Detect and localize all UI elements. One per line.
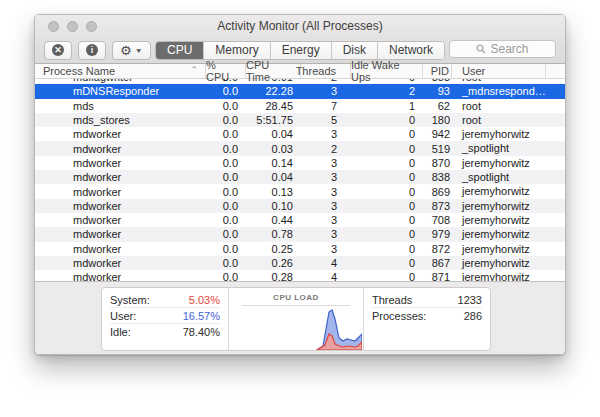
- quit-process-button[interactable]: ✕: [44, 41, 72, 60]
- cell-user: jeremyhorwitz: [452, 242, 546, 256]
- table-row[interactable]: mdworker0.00.1330869jeremyhorwitz: [35, 184, 565, 198]
- titlebar[interactable]: Activity Monitor (All Processes): [35, 15, 565, 37]
- cell-name: mds_stores: [35, 113, 206, 127]
- cell-user: root: [452, 99, 546, 113]
- cell-time: 5:51.75: [246, 113, 301, 127]
- cell-time: 0.13: [246, 184, 301, 198]
- tab-disk[interactable]: Disk: [332, 42, 378, 59]
- cell-time: 0.04: [246, 127, 301, 141]
- cell-pid: 62: [423, 99, 452, 113]
- cell-cpu: 0.0: [206, 199, 246, 213]
- cell-threads: 3: [301, 199, 351, 213]
- tab-network[interactable]: Network: [378, 42, 444, 59]
- cpu-load-title: CPU LOAD: [229, 288, 363, 302]
- system-stat-row: System: 5.03%: [110, 292, 220, 308]
- cell-cpu: 0.0: [206, 242, 246, 256]
- tab-energy[interactable]: Energy: [271, 42, 332, 59]
- cell-pid: 872: [423, 242, 452, 256]
- cell-pid: 869: [423, 184, 452, 198]
- cell-time: 0.04: [246, 170, 301, 184]
- cell-user: jeremyhorwitz: [452, 256, 546, 270]
- column-header-idle-wake-ups[interactable]: Idle Wake Ups: [351, 64, 423, 78]
- cell-idle: 2: [351, 84, 423, 98]
- cell-threads: 7: [301, 99, 351, 113]
- cell-threads: 3: [301, 242, 351, 256]
- table-row[interactable]: mdworker0.00.1030873jeremyhorwitz: [35, 199, 565, 213]
- table-row[interactable]: mds_stores0.05:51.7550180root: [35, 113, 565, 127]
- table-row[interactable]: mdworker0.00.0320519_spotlight: [35, 141, 565, 155]
- cell-pid: 942: [423, 127, 452, 141]
- cell-time: 22.28: [246, 84, 301, 98]
- cell-name: mdworker: [35, 227, 206, 241]
- cell-cpu: 0.0: [206, 156, 246, 170]
- toolbar: ✕ i ⚙ ▼ CPUMemoryEnergyDiskNetwork Searc…: [35, 37, 565, 63]
- table-row[interactable]: mdworker0.00.4430708jeremyhorwitz: [35, 213, 565, 227]
- cell-user: jeremyhorwitz: [452, 127, 546, 141]
- column-header-cpu[interactable]: % CPU: [206, 64, 246, 78]
- cell-name: mdworker: [35, 213, 206, 227]
- cell-pid: 180: [423, 113, 452, 127]
- cell-idle: 0: [351, 227, 423, 241]
- system-value: 5.03%: [189, 294, 220, 306]
- cell-blank: [546, 127, 565, 141]
- cell-blank: [546, 141, 565, 155]
- column-header-user[interactable]: User: [452, 64, 546, 78]
- cell-idle: 0: [351, 156, 423, 170]
- cell-threads: 4: [301, 256, 351, 270]
- sort-ascending-icon: ⌃: [190, 65, 198, 75]
- table-header: Process Name ⌃ % CPU CPU Time Threads Id…: [35, 64, 565, 79]
- user-stat-row: User: 16.57%: [110, 308, 220, 324]
- table-body: mdflagwriter0.00.0120353rootmDNSResponde…: [35, 79, 565, 284]
- table-row[interactable]: mDNSResponder0.022.283293_mdnsrespond…: [35, 84, 565, 98]
- cell-time: 0.26: [246, 256, 301, 270]
- cell-threads: 3: [301, 213, 351, 227]
- column-header-process-name[interactable]: Process Name ⌃: [35, 64, 206, 78]
- cell-cpu: 0.0: [206, 141, 246, 155]
- column-header-pid[interactable]: PID: [423, 64, 452, 78]
- status-footer: System: 5.03% User: 16.57% Idle: 78.40% …: [35, 281, 565, 354]
- cell-idle: 0: [351, 213, 423, 227]
- idle-value: 78.40%: [183, 326, 220, 338]
- table-row[interactable]: mds0.028.457162root: [35, 99, 565, 113]
- table-row[interactable]: mdworker0.00.7830979jeremyhorwitz: [35, 227, 565, 241]
- cell-name: mdworker: [35, 184, 206, 198]
- cell-blank: [546, 199, 565, 213]
- inspect-button[interactable]: i: [78, 41, 106, 60]
- cell-blank: [546, 242, 565, 256]
- search-input[interactable]: Search: [449, 40, 556, 58]
- cpu-summary-panel: System: 5.03% User: 16.57% Idle: 78.40% …: [101, 287, 491, 351]
- cell-idle: 0: [351, 127, 423, 141]
- cell-blank: [546, 213, 565, 227]
- table-row[interactable]: mdworker0.00.2640867jeremyhorwitz: [35, 256, 565, 270]
- cell-idle: 0: [351, 199, 423, 213]
- idle-stat-row: Idle: 78.40%: [110, 324, 220, 340]
- cell-time: 0.10: [246, 199, 301, 213]
- cell-name: mdworker: [35, 242, 206, 256]
- user-label: User:: [110, 310, 136, 322]
- cell-cpu: 0.0: [206, 99, 246, 113]
- table-row[interactable]: mdworker0.00.2530872jeremyhorwitz: [35, 242, 565, 256]
- processes-row: Processes: 286: [372, 308, 482, 324]
- cell-user: _mdnsrespond…: [452, 84, 546, 98]
- activity-monitor-window: Activity Monitor (All Processes) ✕ i ⚙ ▼…: [34, 14, 566, 355]
- action-menu-button[interactable]: ⚙ ▼: [112, 41, 151, 60]
- cell-blank: [546, 227, 565, 241]
- table-row[interactable]: mdworker0.00.0430838_spotlight: [35, 170, 565, 184]
- column-header-cputime[interactable]: CPU Time: [246, 64, 301, 78]
- cell-threads: 3: [301, 127, 351, 141]
- cell-threads: 3: [301, 156, 351, 170]
- window-chrome: Activity Monitor (All Processes) ✕ i ⚙ ▼…: [35, 15, 565, 64]
- column-header-threads[interactable]: Threads: [301, 64, 351, 78]
- tab-cpu[interactable]: CPU: [156, 42, 204, 59]
- cell-name: mdworker: [35, 156, 206, 170]
- cell-idle: 1: [351, 99, 423, 113]
- tab-memory[interactable]: Memory: [204, 42, 270, 59]
- cell-pid: 838: [423, 170, 452, 184]
- cell-user: jeremyhorwitz: [452, 199, 546, 213]
- processes-label: Processes:: [372, 310, 426, 322]
- table-row[interactable]: mdworker0.00.0430942jeremyhorwitz: [35, 127, 565, 141]
- table-row[interactable]: mdworker0.00.1430870jeremyhorwitz: [35, 156, 565, 170]
- column-header-blank: [546, 64, 565, 78]
- cell-cpu: 0.0: [206, 170, 246, 184]
- system-label: System:: [110, 294, 150, 306]
